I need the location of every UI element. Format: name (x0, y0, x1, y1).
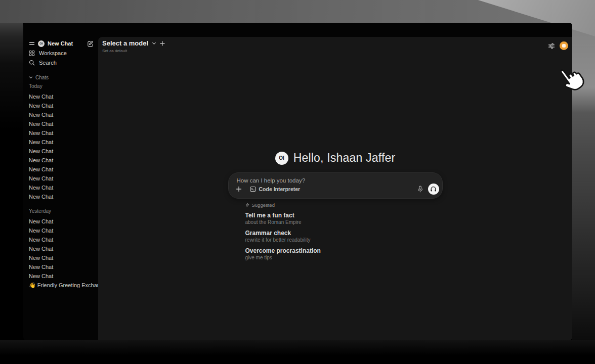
wallpaper-left (0, 23, 23, 364)
topbar: Select a model Set as default (98, 37, 572, 59)
suggested-prompt[interactable]: Overcome procrastination give me tips (245, 248, 443, 261)
composer-right-controls (417, 184, 439, 195)
chat-list-item[interactable]: New Chat (23, 271, 98, 281)
suggested-prompt-subtitle: rewrite it for better readability (245, 237, 443, 243)
chat-list-item[interactable]: 👋 Friendly Greeting Exchange (23, 281, 98, 290)
suggested-prompt-subtitle: give me tips (245, 255, 443, 261)
chat-list-item[interactable]: New Chat (23, 183, 98, 192)
chats-label: Chats (35, 75, 49, 80)
chat-list-item[interactable]: New Chat (23, 128, 98, 138)
model-selector-label: Select a model (102, 39, 148, 47)
chat-list-item[interactable]: New Chat (23, 192, 98, 201)
topbar-actions (548, 39, 569, 50)
voice-call-button[interactable] (428, 184, 439, 195)
sidebar-item-workspace[interactable]: Workspace (23, 48, 98, 58)
chat-list-item[interactable]: New Chat (23, 119, 98, 128)
suggested-section: Suggested Tell me a fun fact about the R… (228, 202, 443, 261)
chat-list-item[interactable]: New Chat (23, 244, 98, 253)
user-avatar[interactable] (560, 41, 568, 50)
add-model-icon[interactable] (160, 41, 165, 46)
suggested-prompt-subtitle: about the Roman Empire (245, 219, 443, 225)
chat-list-item[interactable]: New Chat (23, 253, 98, 262)
chat-list-item[interactable]: New Chat (23, 217, 98, 226)
chat-list-item[interactable]: New Chat (23, 174, 98, 183)
chat-composer: How can I help you today? Code Interpret… (228, 172, 443, 199)
sidebar-title: New Chat (48, 40, 84, 47)
chat-list-item[interactable]: New Chat (23, 110, 98, 119)
chat-list-today: New ChatNew ChatNew ChatNew ChatNew Chat… (23, 92, 98, 201)
wallpaper-right (572, 0, 595, 364)
desktop: OI New Chat Workspace Search (0, 0, 595, 364)
bolt-icon (245, 203, 249, 207)
headphones-icon (430, 186, 437, 192)
model-selector-button[interactable]: Select a model (102, 39, 165, 47)
chat-list-item[interactable]: New Chat (23, 92, 98, 101)
app-window: OI New Chat Workspace Search (23, 23, 572, 340)
greeting-row: OI Hello, Ishaan Jaffer (228, 151, 443, 165)
app-logo-large: OI (275, 152, 288, 165)
chat-input[interactable]: How can I help you today? (237, 177, 434, 184)
microphone-icon[interactable] (417, 186, 423, 193)
attach-plus-button[interactable] (234, 185, 243, 194)
app-logo-text: OI (39, 42, 43, 45)
code-interpreter-toggle[interactable]: Code Interpreter (250, 186, 301, 192)
model-selector: Select a model Set as default (102, 39, 165, 53)
suggested-prompts: Tell me a fun fact about the Roman Empir… (245, 212, 443, 261)
suggested-header: Suggested (245, 202, 443, 208)
section-label-yesterday: Yesterday (23, 208, 98, 215)
sidebar-toggle-icon[interactable] (29, 40, 35, 47)
new-chat-icon[interactable] (87, 40, 94, 47)
search-icon (29, 60, 35, 66)
chat-list-item[interactable]: New Chat (23, 147, 98, 156)
chat-list-yesterday: New ChatNew ChatNew ChatNew ChatNew Chat… (23, 217, 98, 290)
composer-controls: Code Interpreter (234, 184, 439, 195)
section-label-today: Today (23, 83, 98, 90)
controls-sliders-icon[interactable] (548, 42, 555, 50)
set-as-default-button[interactable]: Set as default (102, 49, 165, 53)
code-interpreter-label: Code Interpreter (259, 186, 301, 192)
greeting-text: Hello, Ishaan Jaffer (293, 151, 396, 165)
avatar-glyph (562, 44, 566, 48)
chevron-down-icon (29, 75, 33, 79)
main-content: Select a model Set as default (98, 37, 572, 340)
app-logo: OI (38, 40, 45, 47)
chat-list-item[interactable]: New Chat (23, 235, 98, 244)
sidebar-item-search[interactable]: Search (23, 58, 98, 67)
app-logo-large-text: OI (279, 155, 284, 161)
suggested-prompt[interactable]: Tell me a fun fact about the Roman Empir… (245, 212, 443, 225)
chat-list-item[interactable]: New Chat (23, 138, 98, 147)
suggested-prompt-title: Tell me a fun fact (245, 212, 443, 219)
chat-list-item[interactable]: New Chat (23, 165, 98, 174)
code-interpreter-icon (250, 186, 256, 192)
suggested-prompt[interactable]: Grammar check rewrite it for better read… (245, 230, 443, 243)
home-center-column: OI Hello, Ishaan Jaffer How can I help y… (228, 151, 443, 261)
sidebar-header: OI New Chat (29, 39, 94, 48)
chats-section-toggle[interactable]: Chats (23, 74, 98, 81)
search-label: Search (39, 60, 57, 66)
chat-list-item[interactable]: New Chat (23, 156, 98, 165)
model-chevron-down-icon (152, 41, 156, 46)
suggested-prompt-title: Overcome procrastination (245, 248, 443, 254)
chat-list-item[interactable]: New Chat (23, 226, 98, 235)
chat-list-item[interactable]: New Chat (23, 262, 98, 271)
suggested-prompt-title: Grammar check (245, 230, 443, 237)
suggested-label: Suggested (252, 202, 275, 208)
sidebar: OI New Chat Workspace Search (23, 23, 98, 340)
wallpaper-bottom (0, 340, 595, 364)
chat-list-item[interactable]: New Chat (23, 101, 98, 110)
workspace-icon (29, 50, 35, 56)
workspace-label: Workspace (39, 50, 67, 56)
